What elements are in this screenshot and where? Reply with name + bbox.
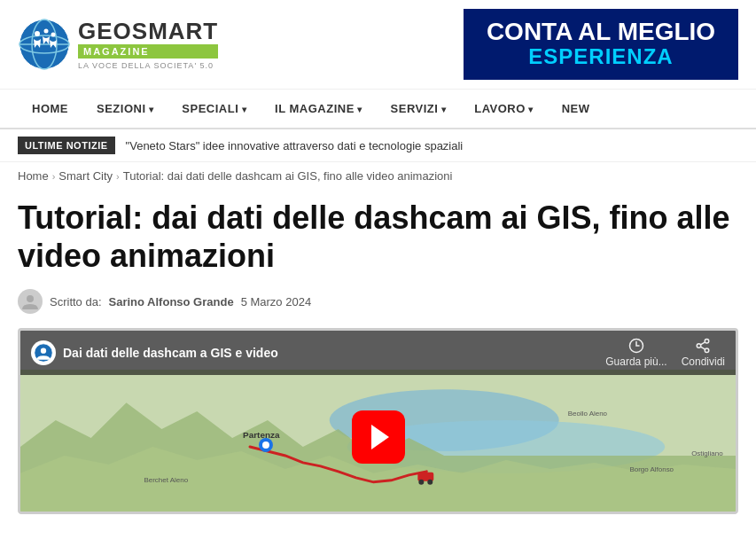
- author-avatar: [18, 289, 43, 314]
- nav-link-magazine[interactable]: IL MAGAZINE: [261, 90, 377, 128]
- svg-point-12: [698, 344, 702, 348]
- nav-link-speciali[interactable]: SPECIALI: [168, 90, 261, 128]
- svg-text:Beollo Aleno: Beollo Aleno: [568, 410, 608, 418]
- author-line: Scritto da: Sarino Alfonso Grande 5 Marz…: [18, 289, 738, 314]
- breadcrumb-sep1: ›: [52, 171, 56, 182]
- author-name[interactable]: Sarino Alfonso Grande: [109, 295, 234, 309]
- logo-area[interactable]: GEOSMART MAGAZINE LA VOCE DELLA SOCIETA'…: [18, 18, 218, 71]
- svg-text:Borgo Alfonso: Borgo Alfonso: [629, 465, 674, 473]
- logo-magazine-badge: MAGAZINE: [78, 44, 218, 59]
- ad-line1: CONTA AL MEGLIO: [487, 20, 715, 44]
- breaking-label: ULTIME NOTIZIE: [18, 137, 115, 154]
- breadcrumb-sep2: ›: [116, 171, 120, 182]
- video-channel-icon: [31, 340, 56, 365]
- breadcrumb-home[interactable]: Home: [18, 169, 49, 183]
- article-title: Tutorial: dai dati delle dashcam ai GIS,…: [18, 199, 738, 275]
- nav-item-home[interactable]: HOME: [18, 90, 82, 128]
- watch-more-button[interactable]: Guarda più...: [605, 338, 666, 368]
- author-prefix: Scritto da:: [50, 295, 102, 309]
- share-button[interactable]: Condividi: [682, 338, 725, 368]
- svg-text:Ostigliano: Ostigliano: [691, 449, 723, 457]
- svg-point-7: [27, 295, 34, 302]
- svg-text:Berchet Aleno: Berchet Aleno: [144, 476, 188, 484]
- nav-item-speciali[interactable]: SPECIALI: [168, 90, 261, 128]
- svg-point-4: [35, 31, 40, 36]
- svg-text:Partenza: Partenza: [243, 430, 280, 440]
- nav-link-new[interactable]: NEW: [548, 90, 604, 128]
- nav-link-sezioni[interactable]: SEZIONI: [82, 90, 168, 128]
- breadcrumb: Home › Smart City › Tutorial: dai dati d…: [0, 162, 756, 190]
- site-header: GEOSMART MAGAZINE LA VOCE DELLA SOCIETA'…: [0, 0, 756, 90]
- video-header: Dai dati delle dashcam a GIS e video Gua…: [20, 331, 736, 375]
- article-content: Tutorial: dai dati delle dashcam ai GIS,…: [0, 190, 756, 532]
- nav-item-lavoro[interactable]: LAVORO: [460, 90, 547, 128]
- logo-text: GEOSMART MAGAZINE LA VOCE DELLA SOCIETA'…: [78, 20, 218, 70]
- svg-point-22: [418, 480, 424, 485]
- nav-item-new[interactable]: NEW: [548, 90, 604, 128]
- svg-point-11: [705, 340, 710, 344]
- breadcrumb-current: Tutorial: dai dati delle dashcam ai GIS,…: [123, 169, 453, 183]
- nav-link-home[interactable]: HOME: [18, 90, 82, 128]
- play-button[interactable]: [352, 410, 405, 464]
- ad-line2: ESPERIENZA: [528, 44, 673, 69]
- nav-item-servizi[interactable]: SERVIZI: [377, 90, 461, 128]
- breadcrumb-category[interactable]: Smart City: [58, 169, 113, 183]
- svg-point-9: [41, 348, 46, 354]
- nav-link-servizi[interactable]: SERVIZI: [377, 90, 461, 128]
- svg-line-14: [701, 348, 705, 350]
- svg-point-5: [44, 29, 49, 34]
- video-actions: Guarda più... Condividi: [605, 338, 725, 368]
- watch-more-label: Guarda più...: [605, 355, 666, 368]
- breaking-text[interactable]: "Veneto Stars" idee innovative attravers…: [126, 139, 464, 152]
- breaking-news-bar: ULTIME NOTIZIE "Veneto Stars" idee innov…: [0, 129, 756, 162]
- nav-link-lavoro[interactable]: LAVORO: [460, 90, 547, 128]
- svg-point-23: [427, 480, 433, 485]
- share-label: Condividi: [682, 355, 725, 368]
- svg-point-20: [262, 441, 269, 449]
- video-embed[interactable]: Dai dati delle dashcam a GIS e video Gua…: [18, 328, 738, 514]
- nav-item-magazine[interactable]: IL MAGAZINE: [261, 90, 377, 128]
- logo-subtitle: LA VOCE DELLA SOCIETA' 5.0: [78, 61, 218, 70]
- play-triangle-icon: [371, 425, 389, 449]
- svg-point-6: [51, 33, 56, 37]
- svg-line-15: [701, 342, 705, 345]
- logo-geosmart-text: GEOSMART: [78, 20, 218, 43]
- svg-point-13: [705, 348, 710, 353]
- ad-banner: CONTA AL MEGLIO ESPERIENZA: [464, 9, 738, 80]
- logo-globe-icon: [18, 18, 71, 71]
- nav-item-sezioni[interactable]: SEZIONI: [82, 90, 168, 128]
- article-date: 5 Marzo 2024: [241, 295, 312, 309]
- video-title: Dai dati delle dashcam a GIS e video: [63, 346, 598, 360]
- main-nav: HOME SEZIONI SPECIALI IL MAGAZINE SERVIZ…: [0, 90, 756, 129]
